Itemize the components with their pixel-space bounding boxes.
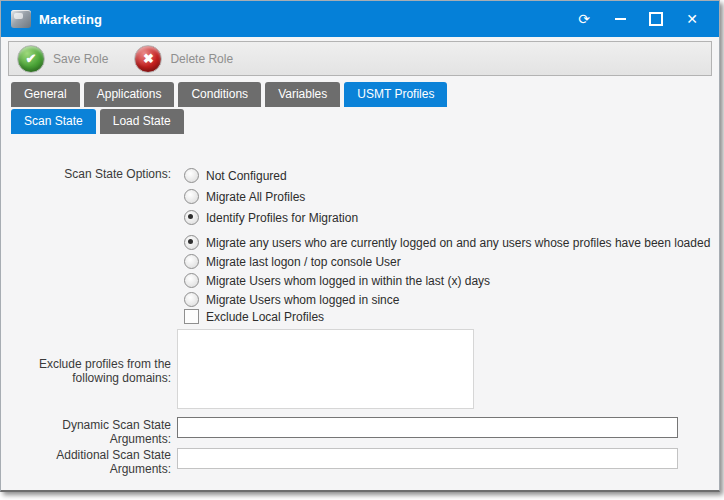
radio-icon [184,273,199,288]
radio-not-configured[interactable]: Not Configured [184,168,287,183]
exclude-domains-label: Exclude profiles from the following doma… [1,357,173,385]
radio-migrate-last-logon[interactable]: Migrate last logon / top console User [184,254,401,269]
radio-migrate-logged-in-since[interactable]: Migrate Users whom logged in since [184,292,399,307]
checkbox-icon [184,309,199,324]
radio-label: Not Configured [206,169,287,183]
radio-label: Migrate Users whom logged in within the … [206,274,490,288]
dynamic-args-input[interactable] [177,417,678,438]
radio-migrate-last-x-days[interactable]: Migrate Users whom logged in within the … [184,273,490,288]
checkbox-label: Exclude Local Profiles [206,310,324,324]
radio-label: Identify Profiles for Migration [206,211,358,225]
dialog-window: Marketing ⟳ ✕ ✔ Save Role ✖ Delete Role … [0,0,720,492]
radio-label: Migrate All Profiles [206,190,305,204]
radio-icon [184,235,199,250]
radio-label: Migrate last logon / top console User [206,255,401,269]
radio-icon [184,189,199,204]
radio-migrate-all-profiles[interactable]: Migrate All Profiles [184,189,305,204]
radio-icon [184,210,199,225]
additional-args-input[interactable] [177,448,678,469]
scan-state-form: Scan State Options: Not Configured Migra… [1,1,719,490]
radio-icon [184,292,199,307]
radio-icon [184,168,199,183]
scan-state-options-label: Scan State Options: [1,167,173,181]
radio-icon [184,254,199,269]
radio-label: Migrate Users whom logged in since [206,293,399,307]
radio-migrate-logged-on-users[interactable]: Migrate any users who are currently logg… [184,235,710,250]
dynamic-args-label: Dynamic Scan State Arguments: [1,418,173,446]
radio-identify-profiles[interactable]: Identify Profiles for Migration [184,210,358,225]
checkbox-exclude-local-profiles[interactable]: Exclude Local Profiles [184,309,324,324]
additional-args-label: Additional Scan State Arguments: [1,448,173,476]
exclude-domains-textarea[interactable] [177,329,474,409]
radio-label: Migrate any users who are currently logg… [206,236,710,250]
